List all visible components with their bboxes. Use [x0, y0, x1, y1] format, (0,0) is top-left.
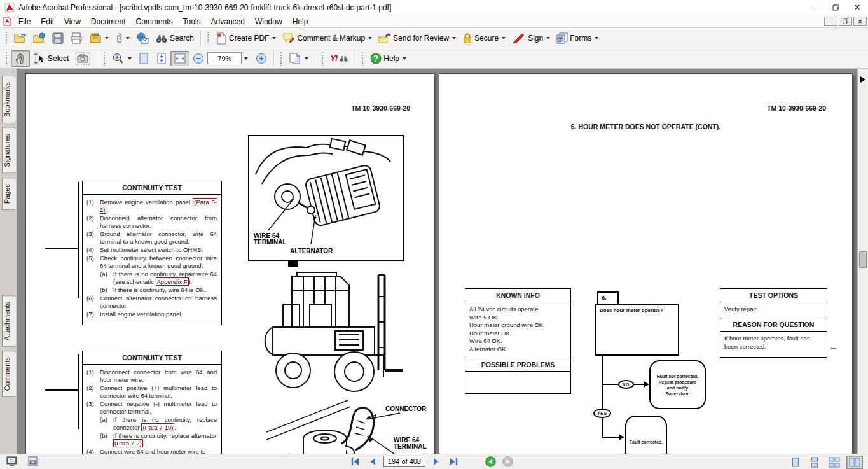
- known-info-lines: All 24 vdc circuits operate.Wire 5 OK.Ho…: [465, 302, 570, 358]
- doc-close-button[interactable]: ✕: [853, 17, 867, 26]
- pdf-link[interactable]: (Para 7-10): [141, 423, 174, 431]
- step-text: Connect wire 64 and hour meter wire to: [100, 448, 217, 454]
- next-page-button[interactable]: [431, 456, 442, 467]
- procedure-step: (7)Install engine ventilation panel.: [86, 311, 217, 318]
- howto-monitor-icon[interactable]: [6, 456, 17, 466]
- save-button[interactable]: [49, 31, 67, 46]
- known-info-title: KNOWN INFO: [465, 289, 570, 302]
- minimize-button[interactable]: –: [803, 0, 825, 15]
- snapshot-tool-button[interactable]: [72, 50, 93, 67]
- zoom-out-button[interactable]: [189, 51, 207, 66]
- menu-item-edit[interactable]: Edit: [36, 16, 59, 27]
- toolbar-grab-handle[interactable]: [321, 52, 324, 66]
- forms-button[interactable]: Forms: [553, 31, 602, 46]
- fit-page-button[interactable]: [153, 50, 170, 67]
- toolbar-grab-handle[interactable]: [207, 31, 210, 45]
- zoom-in-button[interactable]: [252, 51, 270, 66]
- doc-restore-button[interactable]: [839, 17, 852, 26]
- pane-toggle-arrow-icon[interactable]: [860, 76, 865, 83]
- tray-icon[interactable]: [27, 456, 38, 466]
- close-button[interactable]: ✕: [846, 0, 868, 15]
- actual-size-button[interactable]: [135, 50, 153, 67]
- organizer-icon: [89, 32, 102, 44]
- send-for-review-button[interactable]: Send for Review: [375, 31, 459, 46]
- menu-item-tools[interactable]: Tools: [178, 16, 206, 27]
- toolbar-grab-handle[interactable]: [103, 52, 106, 66]
- secure-button[interactable]: Secure: [459, 31, 509, 46]
- step-number: (2): [86, 214, 100, 230]
- menu-item-document[interactable]: Document: [86, 16, 131, 27]
- restore-button[interactable]: [825, 0, 846, 15]
- history-forward-button[interactable]: [502, 456, 513, 467]
- zoom-tool-button[interactable]: [109, 50, 135, 67]
- sidebar-tab-attachments[interactable]: Attachments: [2, 295, 16, 347]
- organizer-button[interactable]: [86, 31, 112, 46]
- search-button[interactable]: Search: [152, 31, 197, 45]
- sidebar-tab-comments[interactable]: Comments: [2, 351, 16, 397]
- step-text-part: Connect wire 64 and hour meter wire to: [100, 448, 205, 454]
- page-number-input[interactable]: 194 of 408: [383, 456, 425, 467]
- zoom-dropdown-button[interactable]: [242, 52, 249, 64]
- first-page-button[interactable]: [348, 456, 362, 467]
- known-info-line: Alternator OK.: [469, 346, 567, 354]
- forklift-line-art: [254, 265, 406, 400]
- document-area[interactable]: TM 10-3930-669-20 CONTINUITY TEST (1)Rem…: [17, 69, 857, 454]
- menu-item-view[interactable]: View: [59, 16, 86, 27]
- attach-button[interactable]: [112, 31, 133, 46]
- yahoo-search-button[interactable]: Y!: [327, 52, 352, 65]
- pdf-page-right: TM 10-3930-669-20 6. HOUR METER DOES NOT…: [439, 73, 853, 454]
- menu-item-help[interactable]: Help: [287, 16, 313, 27]
- actual-size-icon: [138, 52, 149, 65]
- view-facing-button[interactable]: [846, 456, 863, 469]
- pdf-link[interactable]: Appendix F: [156, 277, 189, 286]
- view-continuous-facing-button[interactable]: [826, 456, 843, 469]
- comment-markup-button[interactable]: Comment & Markup: [279, 31, 375, 46]
- toolbar-grab-handle[interactable]: [280, 52, 283, 66]
- toolbar-separator: [97, 51, 97, 66]
- last-page-button[interactable]: [447, 456, 460, 467]
- sign-button[interactable]: Sign: [509, 31, 553, 46]
- yahoo-logo: Y!: [330, 53, 337, 63]
- sidebar-tab-bookmarks[interactable]: Bookmarks: [2, 76, 16, 123]
- box-title: CONTINUITY TEST: [83, 181, 221, 195]
- page-layout-icon: [289, 52, 301, 65]
- vertical-scrollbar[interactable]: [857, 69, 868, 454]
- pdf-link[interactable]: (Para 7-2): [113, 439, 143, 447]
- help-label: Help: [383, 54, 399, 63]
- open-web-button[interactable]: [30, 31, 49, 46]
- doc-minimize-button[interactable]: –: [824, 17, 837, 26]
- menu-item-window[interactable]: Window: [250, 16, 287, 27]
- scrollbar-thumb[interactable]: [859, 251, 867, 268]
- sidebar-tab-signatures[interactable]: Signatures: [2, 127, 16, 174]
- toolbar-separator: [273, 51, 274, 66]
- paperclip-icon: [115, 32, 123, 44]
- zoom-level-input[interactable]: 79%: [207, 52, 242, 64]
- step-text: Set multimeter select switch to OHMS.: [100, 246, 217, 254]
- open-button[interactable]: [11, 31, 30, 46]
- menu-item-advanced[interactable]: Advanced: [206, 16, 250, 27]
- create-pdf-button[interactable]: Create PDF: [212, 30, 279, 46]
- step-text: Check continuity between connector wire …: [100, 255, 217, 270]
- title-bar: Adobe Acrobat Professional - [scribd.vpd…: [0, 0, 868, 15]
- help-button[interactable]: Help: [367, 51, 410, 66]
- previous-page-button[interactable]: [367, 456, 378, 467]
- toolbar-grab-handle[interactable]: [5, 52, 8, 66]
- print-button[interactable]: [67, 31, 86, 46]
- history-back-button[interactable]: [485, 456, 496, 467]
- menu-item-file[interactable]: File: [13, 16, 36, 27]
- select-tool-button[interactable]: Select: [30, 51, 72, 66]
- view-single-page-button[interactable]: [788, 456, 803, 469]
- step-text-part: Set multimeter select switch to OHMS.: [100, 246, 203, 253]
- toolbar-grab-handle[interactable]: [5, 31, 8, 45]
- fit-width-button[interactable]: [170, 51, 189, 66]
- view-continuous-button[interactable]: [807, 456, 822, 469]
- sidebar-tab-pages[interactable]: Pages: [2, 178, 16, 210]
- procedure-step: (2)Disconnect alternator connector from …: [86, 214, 217, 230]
- email-button[interactable]: [133, 31, 152, 46]
- page-layout-button[interactable]: [286, 50, 312, 67]
- step-text: If there is continuity, replace alternat…: [113, 432, 217, 447]
- menu-item-comments[interactable]: Comments: [131, 16, 178, 27]
- toolbar-grab-handle[interactable]: [361, 52, 364, 66]
- hand-tool-button[interactable]: [11, 50, 30, 67]
- search-binoculars-icon: [155, 33, 168, 43]
